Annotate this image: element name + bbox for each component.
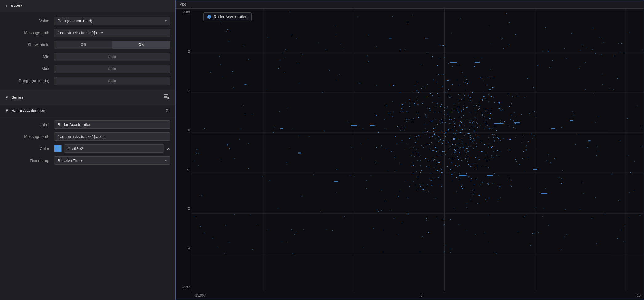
- timestamp-select[interactable]: Receive Time: [54, 156, 170, 165]
- legend-dot: [207, 15, 211, 19]
- plot-container: 3.08 2 1 0 -1 -2 -3 -3.92 Radar Accelera…: [176, 9, 644, 300]
- message-path-control-series: [54, 132, 170, 141]
- radar-acceleration-title: Radar Acceleration: [11, 108, 45, 113]
- label-field-control: [54, 120, 170, 129]
- timestamp-control: Receive Time: [54, 156, 170, 165]
- range-label: Range (seconds): [5, 78, 54, 83]
- value-select-wrapper: Path (accumulated): [54, 17, 170, 25]
- x-axis-label: X Axis: [10, 4, 22, 8]
- legend-label: Radar Acceleration: [214, 14, 248, 19]
- plot-area: Radar Acceleration: [191, 9, 644, 291]
- radar-acceleration-left: ▼ Radar Acceleration: [5, 108, 45, 113]
- x-axis-labels: -13.997 0 10: [191, 291, 644, 300]
- range-control: [54, 77, 170, 85]
- y-label-2: 2: [188, 49, 190, 53]
- color-swatch[interactable]: [54, 145, 62, 152]
- y-label-1: 1: [188, 89, 190, 93]
- show-labels-on-btn[interactable]: On: [112, 41, 170, 49]
- add-series-btn[interactable]: [162, 93, 170, 101]
- series-label: Series: [11, 95, 23, 100]
- x-label-neg14: -13.997: [194, 294, 206, 297]
- svg-rect-1: [164, 96, 167, 97]
- message-path-label-xaxis: Message path: [5, 30, 54, 35]
- color-input[interactable]: [64, 144, 164, 153]
- y-label-308: 3.08: [183, 10, 190, 14]
- range-input[interactable]: [54, 77, 170, 85]
- min-label: Min: [5, 54, 54, 59]
- label-field-label: Label: [5, 122, 54, 127]
- plot-header: Plot: [176, 0, 644, 9]
- x-axis-fields: Value Path (accumulated) Message path Sh…: [0, 12, 175, 89]
- scatter-plot-canvas: [191, 9, 644, 291]
- svg-rect-2: [164, 94, 168, 95]
- x-axis-chevron: ▼: [5, 4, 8, 8]
- message-path-control-xaxis: [54, 29, 170, 37]
- plot-legend: Radar Acceleration: [203, 12, 252, 21]
- value-row: Value Path (accumulated): [0, 15, 175, 27]
- show-labels-label: Show labels: [5, 42, 54, 47]
- timestamp-row: Timestamp Receive Time: [0, 155, 175, 167]
- show-labels-off-btn[interactable]: Off: [54, 41, 112, 49]
- min-control: [54, 53, 170, 61]
- show-labels-control: Off On: [54, 41, 170, 49]
- max-row: Max: [0, 63, 175, 75]
- series-chevron: ▼: [5, 95, 9, 100]
- color-control: ✕: [54, 144, 170, 153]
- x-label-10: 10: [637, 294, 641, 297]
- y-label-0: 0: [188, 128, 190, 132]
- left-panel: ▼ X Axis Value Path (accumulated) Messag…: [0, 0, 175, 300]
- max-label: Max: [5, 66, 54, 71]
- y-label-neg392: -3.92: [182, 285, 190, 289]
- show-labels-row: Show labels Off On: [0, 39, 175, 51]
- message-path-label-series: Message path: [5, 134, 54, 139]
- color-row: Color ✕: [0, 143, 175, 155]
- min-input[interactable]: [54, 53, 170, 61]
- timestamp-select-wrapper: Receive Time: [54, 156, 170, 165]
- y-label-neg2: -2: [187, 207, 190, 210]
- x-label-0: 0: [420, 294, 422, 297]
- value-control: Path (accumulated): [54, 17, 170, 25]
- timestamp-label: Timestamp: [5, 158, 54, 163]
- radar-acceleration-section: ▼ Radar Acceleration ✕ Label Message pat…: [0, 105, 175, 169]
- radar-acceleration-close-btn[interactable]: ✕: [164, 108, 170, 113]
- label-field-input[interactable]: [54, 120, 170, 129]
- value-label: Value: [5, 18, 54, 23]
- y-label-neg1: -1: [187, 167, 190, 171]
- right-panel: Plot 3.08 2 1 0 -1 -2 -3 -3.92 Radar Acc…: [175, 0, 644, 300]
- y-axis-labels: 3.08 2 1 0 -1 -2 -3 -3.92: [176, 9, 191, 290]
- value-select[interactable]: Path (accumulated): [54, 17, 170, 25]
- y-label-neg3: -3: [187, 246, 190, 250]
- max-input[interactable]: [54, 65, 170, 73]
- radar-acceleration-header: ▼ Radar Acceleration ✕: [0, 105, 175, 116]
- label-row: Label: [0, 119, 175, 131]
- min-row: Min: [0, 51, 175, 63]
- color-row-inner: ✕: [54, 144, 170, 153]
- range-row: Range (seconds): [0, 75, 175, 87]
- x-axis-section-header[interactable]: ▼ X Axis: [0, 0, 175, 12]
- message-path-input-xaxis[interactable]: [54, 29, 170, 37]
- series-header-left: ▼ Series: [5, 95, 23, 100]
- message-path-row-xaxis: Message path: [0, 27, 175, 39]
- max-control: [54, 65, 170, 73]
- color-clear-btn[interactable]: ✕: [167, 146, 170, 151]
- radar-acceleration-fields: Label Message path Color: [0, 116, 175, 169]
- color-label: Color: [5, 146, 54, 151]
- radar-acceleration-chevron: ▼: [5, 108, 9, 113]
- series-section-header: ▼ Series: [0, 89, 175, 105]
- plot-title: Plot: [179, 2, 186, 6]
- message-path-row-series: Message path: [0, 131, 175, 143]
- message-path-input-series[interactable]: [54, 132, 170, 141]
- show-labels-toggle: Off On: [54, 41, 170, 49]
